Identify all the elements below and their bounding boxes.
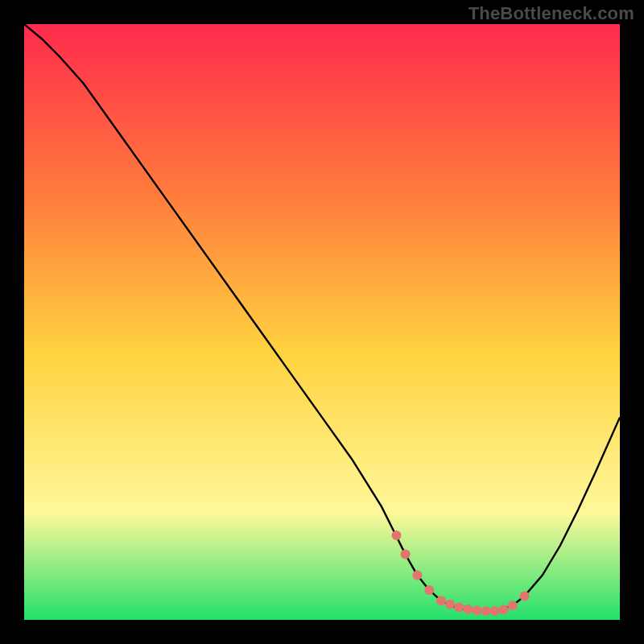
minimum-marker-dot: [392, 530, 402, 540]
minimum-marker-dot: [481, 606, 491, 616]
minimum-marker-dot: [412, 571, 422, 580]
minimum-marker-dot: [424, 585, 434, 595]
chart-frame: TheBottleneck.com: [0, 0, 644, 644]
plot-area: [24, 24, 620, 620]
minimum-marker-dot: [454, 602, 464, 612]
minimum-marker-dot: [463, 605, 473, 614]
bottleneck-chart-svg: [24, 24, 620, 620]
minimum-marker-dot: [508, 601, 518, 610]
minimum-marker-dot: [490, 606, 500, 616]
minimum-marker-dot: [520, 591, 530, 601]
minimum-marker-dot: [401, 550, 411, 559]
gradient-background: [24, 24, 620, 620]
minimum-marker-dot: [499, 605, 509, 614]
watermark-text: TheBottleneck.com: [469, 3, 634, 24]
minimum-marker-dot: [472, 605, 481, 615]
minimum-marker-dot: [445, 600, 455, 609]
minimum-marker-dot: [436, 596, 446, 605]
